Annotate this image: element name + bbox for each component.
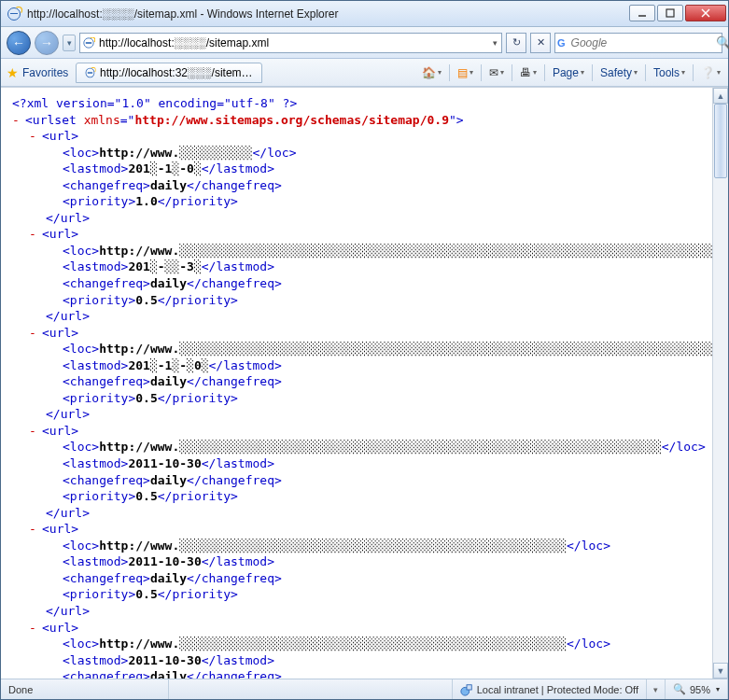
zone-icon [460, 683, 473, 696]
tools-menu[interactable]: Tools▾ [650, 63, 689, 83]
rss-icon: ▤ [457, 66, 468, 79]
scroll-down-button[interactable]: ▼ [713, 663, 728, 679]
tab-label: http://localhost:32░░░/sitemap.xml [100, 66, 254, 79]
separator [449, 64, 450, 81]
svg-rect-5 [467, 684, 471, 689]
safety-menu[interactable]: Safety▾ [596, 63, 641, 83]
page-menu[interactable]: Page▾ [549, 63, 588, 83]
feeds-button[interactable]: ▤▾ [454, 63, 477, 83]
separator [645, 64, 646, 81]
collapse-toggle[interactable]: - [29, 620, 38, 637]
recent-pages-dropdown[interactable]: ▾ [63, 35, 76, 51]
page-icon [80, 36, 97, 49]
home-icon: 🏠 [422, 66, 436, 79]
favorites-star-icon[interactable]: ★ [7, 65, 19, 80]
mail-icon: ✉ [489, 66, 498, 79]
scroll-thumb[interactable] [714, 104, 727, 178]
collapse-toggle[interactable]: - [29, 423, 38, 440]
status-unknown-cell[interactable]: ▾ [647, 679, 666, 699]
search-input[interactable] [568, 36, 716, 49]
scroll-track[interactable] [713, 104, 728, 663]
google-icon: G [557, 36, 566, 49]
status-spacer [169, 679, 453, 699]
xml-view: <?xml version="1.0" encoding="utf-8" ?>-… [1, 88, 712, 679]
collapse-toggle[interactable]: - [29, 128, 38, 145]
tab-icon [86, 67, 94, 77]
separator [693, 64, 694, 81]
collapse-toggle[interactable]: - [12, 112, 21, 129]
search-box: G 🔍 [554, 33, 722, 53]
stop-button[interactable]: ✕ [530, 33, 551, 53]
chevron-down-icon: ▾ [653, 685, 658, 694]
home-button[interactable]: 🏠▾ [418, 63, 445, 83]
print-button[interactable]: 🖶▾ [516, 63, 540, 83]
close-button[interactable] [685, 5, 726, 21]
zone-text: Local intranet | Protected Mode: Off [477, 684, 638, 695]
zoom-icon: 🔍 [673, 683, 686, 695]
address-dropdown[interactable]: ▾ [488, 38, 501, 48]
vertical-scrollbar[interactable]: ▲ ▼ [712, 88, 728, 679]
scroll-up-button[interactable]: ▲ [713, 88, 728, 104]
status-bar: Done Local intranet | Protected Mode: Of… [1, 679, 728, 699]
refresh-button[interactable]: ↻ [506, 33, 526, 53]
titlebar: http://localhost:░░░░/sitemap.xml - Wind… [1, 1, 728, 27]
address-bar: ▾ [79, 33, 502, 53]
separator [481, 64, 482, 81]
favorites-label[interactable]: Favorites [22, 66, 68, 79]
zoom-cell[interactable]: 🔍 95% ▾ [666, 679, 728, 699]
command-bar: ★ Favorites http://localhost:32░░░/sitem… [1, 59, 728, 87]
content-area: <?xml version="1.0" encoding="utf-8" ?>-… [1, 87, 728, 679]
status-text: Done [1, 679, 169, 699]
back-button[interactable]: ← [7, 31, 31, 55]
collapse-toggle[interactable]: - [29, 325, 38, 342]
help-icon: ❔ [701, 66, 715, 79]
browser-tab[interactable]: http://localhost:32░░░/sitemap.xml [76, 63, 262, 83]
help-button[interactable]: ❔▾ [697, 63, 724, 83]
browser-window: http://localhost:░░░░/sitemap.xml - Wind… [0, 0, 729, 700]
address-input[interactable] [97, 36, 488, 49]
print-icon: 🖶 [520, 66, 531, 79]
maximize-button[interactable] [657, 5, 683, 21]
app-icon [7, 7, 21, 21]
collapse-toggle[interactable]: - [29, 226, 38, 243]
mail-button[interactable]: ✉▾ [485, 63, 508, 83]
minimize-button[interactable] [629, 5, 655, 21]
zone-cell[interactable]: Local intranet | Protected Mode: Off [453, 679, 647, 699]
navbar: ← → ▾ ▾ ↻ ✕ G 🔍 [1, 27, 728, 59]
search-button[interactable]: 🔍 [716, 34, 729, 52]
separator [512, 64, 512, 81]
svg-rect-1 [666, 9, 674, 17]
chevron-down-icon: ▾ [716, 685, 720, 693]
collapse-toggle[interactable]: - [29, 521, 38, 538]
zoom-value: 95% [690, 684, 710, 695]
window-title: http://localhost:░░░░/sitemap.xml - Wind… [27, 7, 627, 21]
window-buttons [627, 5, 726, 23]
forward-button[interactable]: → [35, 31, 59, 55]
separator [544, 64, 545, 81]
separator [592, 64, 593, 81]
